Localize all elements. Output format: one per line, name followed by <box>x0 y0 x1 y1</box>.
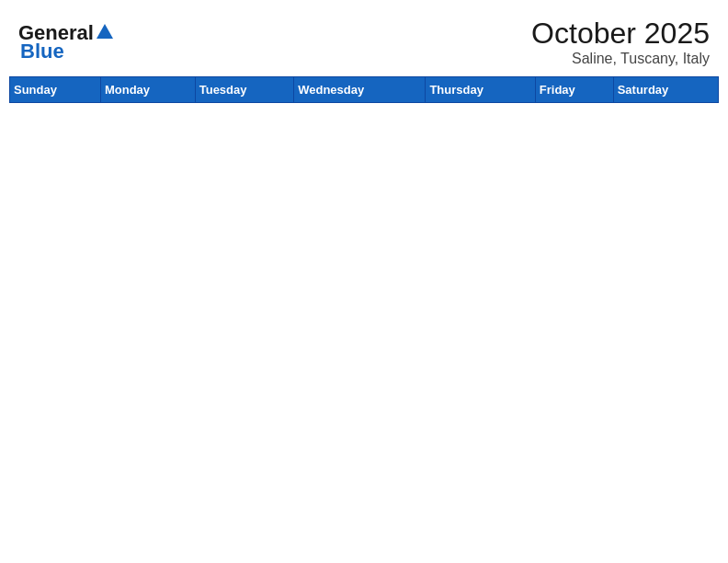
header-thursday: Thursday <box>426 77 535 103</box>
logo-icon <box>95 22 115 42</box>
header-tuesday: Tuesday <box>195 77 293 103</box>
header-monday: Monday <box>100 77 195 103</box>
page-header: General Blue October 2025 Saline, Tuscan… <box>9 9 719 71</box>
logo-blue-text: Blue <box>20 40 64 63</box>
title-block: October 2025 Saline, Tuscany, Italy <box>531 17 710 67</box>
svg-marker-0 <box>97 24 113 39</box>
header-sunday: Sunday <box>10 77 101 103</box>
header-wednesday: Wednesday <box>294 77 426 103</box>
calendar-subtitle: Saline, Tuscany, Italy <box>531 51 710 67</box>
calendar-table: Sunday Monday Tuesday Wednesday Thursday… <box>9 76 719 103</box>
header-saturday: Saturday <box>613 77 718 103</box>
header-friday: Friday <box>535 77 613 103</box>
logo: General Blue <box>18 21 115 63</box>
calendar-title: October 2025 <box>531 17 710 51</box>
calendar-header-row: Sunday Monday Tuesday Wednesday Thursday… <box>10 77 719 103</box>
